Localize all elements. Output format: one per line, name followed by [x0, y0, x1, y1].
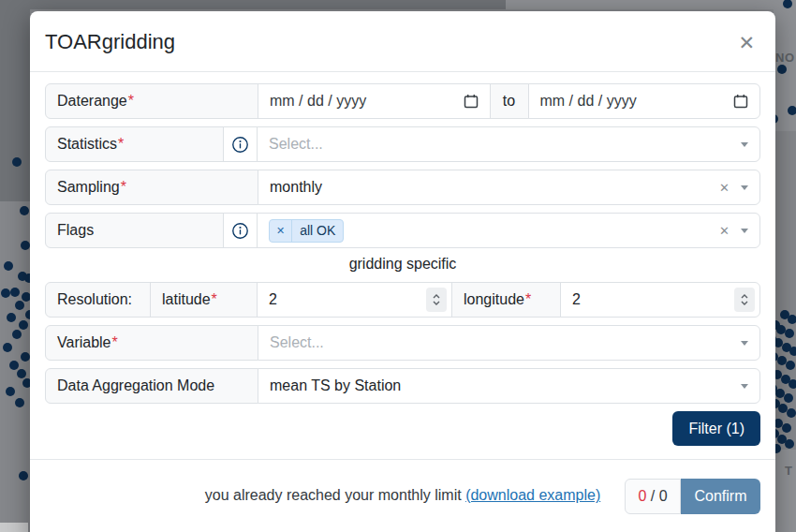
variable-label: Variable*: [45, 325, 258, 361]
map-water-left: [0, 0, 30, 201]
section-label: gridding specific: [45, 256, 760, 274]
counter-used: 0: [638, 488, 646, 505]
sampling-row: Sampling* monthly ✕: [45, 170, 760, 205]
map-land-bottomright: [774, 450, 796, 532]
station-dot: [785, 329, 794, 338]
filter-row: Filter (1): [45, 411, 760, 446]
map-place-label: T: [785, 464, 792, 478]
filter-button[interactable]: Filter (1): [672, 411, 760, 446]
station-dot: [6, 387, 15, 396]
chevron-down-icon: [741, 142, 748, 147]
confirm-button[interactable]: Confirm: [681, 479, 760, 514]
station-dot: [21, 241, 30, 250]
station-dot: [785, 439, 794, 449]
chevron-down-icon: [741, 185, 748, 190]
latitude-value: 2: [269, 291, 277, 308]
variable-select[interactable]: Select...: [258, 325, 760, 361]
flags-label: Flags: [45, 213, 224, 248]
aggregation-row: Data Aggregation Mode mean TS by Station: [45, 368, 760, 404]
station-dot: [20, 206, 29, 215]
required-marker: *: [128, 93, 134, 110]
longitude-value: 2: [572, 291, 581, 308]
calendar-icon[interactable]: [464, 94, 479, 109]
aggregation-label: Data Aggregation Mode: [45, 368, 258, 404]
resolution-row: Resolution: latitude* 2 longitude* 2: [45, 282, 760, 318]
download-example-link[interactable]: (download example): [465, 487, 600, 503]
flags-tag: ✕ all OK: [269, 219, 344, 243]
chevron-down-icon: [741, 384, 748, 389]
counter-total: / 0: [646, 488, 667, 505]
flags-row: Flags ✕ all OK ✕: [45, 213, 760, 248]
info-icon[interactable]: [231, 136, 249, 154]
map-land-topright: [506, 0, 796, 9]
calendar-icon[interactable]: [733, 94, 748, 109]
station-dot: [7, 313, 16, 322]
station-dot: [786, 361, 795, 370]
map-light-bottomleft: [0, 523, 28, 532]
longitude-input[interactable]: 2: [560, 282, 760, 318]
station-dot: [12, 157, 22, 167]
toar-gridding-modal: TOARgridding ✕ Daterange* mm / dd / yyyy…: [30, 11, 775, 532]
longitude-label: longitude*: [451, 282, 561, 318]
statistics-select[interactable]: Select...: [257, 126, 760, 162]
station-dot: [782, 423, 791, 433]
aggregation-value: mean TS by Station: [270, 377, 733, 394]
station-dot: [777, 65, 787, 74]
station-dot: [19, 320, 28, 330]
info-icon[interactable]: [231, 222, 249, 240]
resolution-label: Resolution:: [45, 282, 151, 318]
chevron-down-icon: [741, 341, 748, 346]
required-marker: *: [525, 291, 531, 308]
aggregation-select[interactable]: mean TS by Station: [258, 368, 760, 404]
station-dot: [784, 393, 793, 403]
sampling-value: monthly: [270, 179, 712, 196]
daterange-separator: to: [490, 83, 529, 119]
latitude-input[interactable]: 2: [257, 282, 452, 318]
station-dot: [21, 352, 30, 362]
required-marker: *: [212, 291, 217, 308]
station-dot: [787, 408, 796, 418]
daterange-end-input[interactable]: mm / dd / yyyy: [528, 83, 761, 119]
statistics-info-cell: [223, 126, 258, 162]
clear-icon[interactable]: ✕: [719, 182, 730, 194]
map-place-label: NO: [775, 51, 795, 65]
station-dot: [12, 330, 22, 339]
station-dot: [777, 356, 787, 365]
station-dot: [3, 343, 12, 352]
required-marker: *: [112, 334, 118, 351]
usage-counter: 0 / 0: [625, 479, 681, 514]
date-placeholder: mm / dd / yyyy: [270, 93, 366, 110]
daterange-start-input[interactable]: mm / dd / yyyy: [258, 83, 491, 119]
modal-title: TOARgridding: [45, 30, 175, 54]
sampling-select[interactable]: monthly ✕: [258, 170, 760, 205]
station-dot: [17, 369, 26, 378]
station-dot: [4, 261, 13, 271]
station-dot: [10, 288, 20, 297]
station-dot: [776, 325, 786, 334]
flags-info-cell: [223, 213, 258, 248]
variable-row: Variable* Select...: [45, 325, 760, 361]
tag-label: all OK: [292, 220, 343, 242]
station-dot: [19, 471, 28, 480]
clear-icon[interactable]: ✕: [719, 225, 730, 237]
flags-select[interactable]: ✕ all OK ✕: [257, 213, 760, 248]
station-dot: [15, 398, 24, 407]
confirm-group: 0 / 0 Confirm: [625, 479, 760, 514]
chevron-down-icon: [741, 229, 748, 233]
sampling-label: Sampling*: [45, 170, 258, 205]
daterange-label: Daterange*: [45, 83, 258, 119]
statistics-label: Statistics*: [45, 126, 224, 162]
latitude-label: latitude*: [150, 282, 258, 318]
select-placeholder: Select...: [270, 334, 733, 351]
required-marker: *: [118, 136, 124, 153]
tag-remove-icon[interactable]: ✕: [270, 220, 292, 242]
number-stepper-icon[interactable]: [426, 288, 447, 312]
close-icon[interactable]: ✕: [738, 33, 755, 52]
station-dot: [9, 361, 19, 370]
number-stepper-icon[interactable]: [734, 288, 755, 312]
map-water-top: [0, 0, 506, 9]
required-marker: *: [121, 179, 126, 196]
modal-body: Daterange* mm / dd / yyyy to mm / dd / y…: [30, 72, 775, 446]
daterange-row: Daterange* mm / dd / yyyy to mm / dd / y…: [45, 83, 760, 119]
modal-footer: you already reached your monthly limit (…: [30, 459, 775, 532]
